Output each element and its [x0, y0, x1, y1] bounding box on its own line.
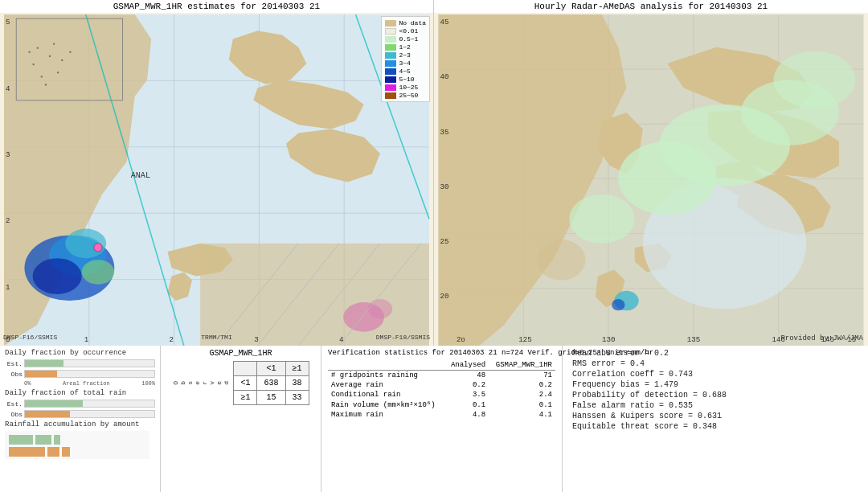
est-bar-row-2: Est. — [5, 400, 155, 408]
legend-label-1: 1~2 — [399, 43, 410, 51]
left-map-label-f16: DMSP-F16/SSMIS — [3, 334, 57, 341]
svg-text:ANAL: ANAL — [131, 171, 150, 180]
svg-point-11 — [65, 229, 106, 259]
verif-table: Analysed GSMAP_MWR_1HR # gridpoints rain… — [328, 360, 555, 420]
stat-item: False alarm ratio = 0.535 — [572, 401, 858, 410]
legend-item: 3~4 — [385, 59, 426, 67]
svg-text:1: 1 — [84, 335, 89, 344]
stat-item: Hanssen & Kuipers score = 0.631 — [572, 412, 858, 420]
verif-row-v2: 71 — [489, 371, 555, 381]
legend-item: 4~5 — [385, 68, 426, 75]
contingency-val-22: 33 — [285, 391, 309, 405]
svg-text:25: 25 — [440, 237, 449, 246]
contingency-row2-label: ≥1 — [234, 391, 257, 405]
top-section: GSMAP_MWR_1HR estimates for 20140303 21 … — [0, 0, 868, 346]
verif-row: Conditional rain3.52.4 — [328, 390, 555, 400]
verif-row-v1: 4.8 — [445, 410, 489, 420]
contingency-row-1: <1 638 38 — [234, 376, 309, 391]
svg-rect-18 — [33, 64, 35, 65]
legend-color-05 — [385, 36, 396, 43]
contingency-table: <1 ≥1 <1 638 38 ≥1 — [233, 361, 309, 405]
legend-label-001: <0.01 — [399, 27, 418, 35]
svg-rect-24 — [45, 84, 47, 85]
obs-label-2: Obs — [5, 411, 23, 418]
legend-color-4 — [385, 68, 396, 75]
chart-title-1: Daily fraction by occurrence — [5, 349, 155, 357]
legend-item: 10~25 — [385, 84, 426, 91]
contingency-title: GSMAP_MWR_1HR — [209, 349, 272, 358]
chart-title-2: Daily fraction of total rain — [5, 389, 155, 397]
svg-text:3: 3 — [254, 335, 259, 344]
verif-row-name: Rain volume (mm×km²×10⁶) — [328, 400, 445, 410]
contingency-val-11: 638 — [257, 376, 285, 391]
contingency-section: GSMAP_MWR_1HR O b s e r v e d <1 ≥1 — [161, 346, 321, 492]
svg-rect-22 — [69, 51, 71, 53]
svg-point-60 — [569, 195, 634, 244]
legend-item: No data — [385, 19, 426, 27]
legend-color-5 — [385, 76, 396, 83]
legend-color-3 — [385, 60, 396, 67]
stat-item: Correlation coeff = 0.743 — [572, 370, 858, 379]
axis-100: 100% — [141, 380, 155, 387]
svg-text:20: 20 — [440, 292, 449, 301]
legend-item: 2~3 — [385, 51, 426, 59]
left-map-title: GSMAP_MWR_1HR estimates for 20140303 21 — [0, 0, 433, 13]
legend-label-4: 4~5 — [399, 68, 410, 75]
contingency-col1: <1 — [257, 362, 285, 376]
svg-point-13 — [82, 260, 115, 285]
axis-row-1: 0% Areal fraction 100% — [5, 380, 155, 387]
svg-text:3: 3 — [6, 150, 10, 159]
svg-rect-83 — [62, 447, 70, 457]
legend-item: <0.01 — [385, 27, 426, 35]
verif-row: Average rain0.20.2 — [328, 380, 555, 390]
stat-item: Frequency bias = 1.479 — [572, 380, 858, 389]
obs-bar-fill-2 — [25, 411, 70, 417]
legend-label-05: 0.5~1 — [399, 35, 418, 43]
legend-label-2: 2~3 — [399, 51, 410, 59]
obs-bar-track-1 — [24, 370, 155, 378]
svg-text:40: 40 — [440, 72, 449, 81]
est-label-2: Est. — [5, 400, 23, 408]
legend-color-1 — [385, 44, 396, 51]
svg-rect-16 — [37, 47, 39, 49]
right-map-title: Hourly Radar-AMeDAS analysis for 2014030… — [434, 0, 868, 13]
contingency-col2: ≥1 — [285, 362, 309, 376]
bottom-section: Daily fraction by occurrence Est. Obs 0%… — [0, 346, 868, 492]
contingency-wrapper: O b s e r v e d <1 ≥1 <1 — [172, 361, 309, 405]
axis-0: 0% — [24, 380, 31, 387]
svg-text:35: 35 — [440, 128, 449, 137]
left-map: GSMAP_MWR_1HR estimates for 20140303 21 … — [0, 0, 434, 346]
svg-point-12 — [33, 258, 82, 294]
verif-title: Verification statistics for 20140303 21 … — [328, 349, 555, 357]
legend-color-10 — [385, 84, 396, 91]
svg-rect-82 — [54, 435, 60, 445]
obs-bar-track-2 — [24, 410, 155, 418]
legend: No data <0.01 0.5~1 1~2 2~3 — [381, 16, 430, 102]
verif-row-v1: 0.2 — [445, 380, 489, 390]
svg-text:4: 4 — [6, 84, 10, 93]
stat-item: Probability of detection = 0.688 — [572, 391, 858, 400]
svg-text:45: 45 — [440, 18, 449, 27]
svg-text:4: 4 — [339, 335, 344, 344]
svg-rect-23 — [57, 72, 59, 73]
svg-point-63 — [612, 299, 624, 310]
legend-label-3: 3~4 — [399, 59, 410, 67]
svg-rect-80 — [35, 435, 51, 445]
verif-col-analysed: Analysed — [445, 360, 489, 371]
svg-point-61 — [537, 240, 586, 281]
svg-text:130: 130 — [602, 335, 615, 344]
verif-row-v2: 2.4 — [489, 390, 555, 400]
svg-text:1: 1 — [6, 283, 10, 292]
svg-text:5: 5 — [6, 18, 10, 27]
svg-rect-21 — [41, 76, 43, 77]
right-map-svg: 45 40 35 30 25 20 125 130 135 140 145 15… — [434, 14, 868, 346]
svg-rect-19 — [53, 43, 55, 45]
svg-rect-25 — [29, 51, 31, 53]
verif-row-v1: 0.1 — [445, 400, 489, 410]
legend-color-nodata — [385, 20, 396, 27]
stat-item: Mean abs error = 0.2 — [572, 349, 858, 358]
left-map-label-trmm: TRMM/TMI — [201, 334, 231, 341]
svg-rect-81 — [47, 447, 59, 457]
svg-text:30: 30 — [440, 182, 449, 191]
svg-text:125: 125 — [518, 335, 531, 344]
